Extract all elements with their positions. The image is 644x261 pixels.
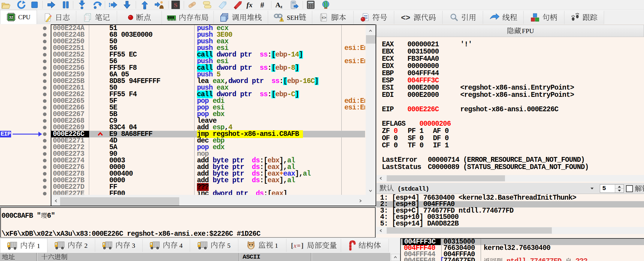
svg-text:32: 32 <box>9 15 13 20</box>
svg-text:<>: <> <box>322 16 326 20</box>
svg-text:<>: <> <box>401 14 410 22</box>
svg-text:[: [ <box>291 241 293 249</box>
svg-text:#: # <box>260 1 264 9</box>
svg-text:z: z <box>280 4 283 9</box>
svg-text:!: ! <box>281 18 282 22</box>
svg-text:=: = <box>297 242 301 249</box>
svg-text:x: x <box>293 242 297 249</box>
svg-text:]: ] <box>301 241 304 249</box>
svg-text:A: A <box>275 1 281 9</box>
svg-text:fx: fx <box>246 1 252 9</box>
svg-text:S: S <box>174 1 177 9</box>
